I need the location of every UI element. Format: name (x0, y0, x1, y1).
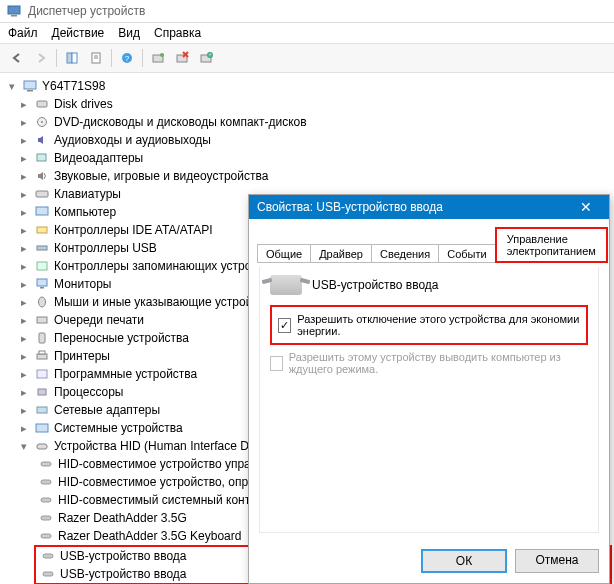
chevron-right-icon[interactable]: ▸ (18, 275, 30, 293)
portable-icon (34, 331, 50, 345)
dialog-body: USB-устройство ввода ✓ Разрешить отключе… (259, 267, 599, 533)
tree-label: Устройства HID (Human Interface Device (54, 437, 277, 455)
chevron-right-icon[interactable]: ▸ (18, 311, 30, 329)
toolbar-separator (56, 49, 57, 67)
tree-label: Клавиатуры (54, 185, 121, 203)
svg-rect-17 (27, 90, 33, 92)
dialog-buttons: ОК Отмена (249, 541, 609, 583)
tab-power-management[interactable]: Управление электропитанием (495, 227, 608, 263)
tree-label: Очереди печати (54, 311, 144, 329)
properties-toolbar-button[interactable] (85, 47, 107, 69)
tree-category[interactable]: ▸ Звуковые, игровые и видеоустройства (4, 167, 612, 185)
monitor-icon (34, 277, 50, 291)
svg-point-20 (41, 121, 43, 123)
chevron-right-icon[interactable]: ▸ (18, 293, 30, 311)
tab-events[interactable]: Событи (438, 244, 495, 263)
svg-rect-38 (37, 444, 47, 449)
svg-rect-3 (72, 53, 77, 63)
cancel-button[interactable]: Отмена (515, 549, 599, 573)
tree-label: Системные устройства (54, 419, 183, 437)
svg-rect-41 (41, 498, 51, 502)
svg-rect-33 (39, 351, 45, 354)
checkbox-allow-power-off[interactable]: ✓ Разрешить отключение этого устройства … (278, 311, 580, 339)
chevron-right-icon[interactable]: ▸ (18, 113, 30, 131)
chevron-right-icon[interactable]: ▸ (18, 95, 30, 113)
chevron-down-icon[interactable]: ▾ (6, 77, 18, 95)
hid-device-icon (38, 457, 54, 471)
help-button[interactable]: ? (116, 47, 138, 69)
svg-rect-44 (43, 554, 53, 558)
chevron-right-icon[interactable]: ▸ (18, 401, 30, 419)
svg-rect-28 (40, 287, 44, 289)
forward-button[interactable] (30, 47, 52, 69)
tree-label: Компьютер (54, 203, 116, 221)
tree-label: DVD-дисководы и дисководы компакт-дисков (54, 113, 307, 131)
ok-button[interactable]: ОК (421, 549, 507, 573)
chevron-right-icon[interactable]: ▸ (18, 221, 30, 239)
svg-rect-26 (37, 262, 47, 270)
chevron-right-icon[interactable]: ▸ (18, 239, 30, 257)
svg-rect-14 (201, 55, 211, 62)
tree-category[interactable]: ▸ Disk drives (4, 95, 612, 113)
display-adapter-icon (34, 151, 50, 165)
svg-rect-31 (39, 333, 45, 343)
svg-rect-40 (41, 480, 51, 484)
tree-category[interactable]: ▸ Видеоадаптеры (4, 149, 612, 167)
hid-device-icon (40, 567, 56, 581)
tree-label: Сетевые адаптеры (54, 401, 160, 419)
tree-label: Процессоры (54, 383, 124, 401)
tree-category[interactable]: ▸ DVD-дисководы и дисководы компакт-диск… (4, 113, 612, 131)
menu-help[interactable]: Справка (154, 26, 201, 40)
svg-point-10 (160, 53, 164, 57)
chevron-right-icon[interactable]: ▸ (18, 329, 30, 347)
tree-label: Аудиовходы и аудиовыходы (54, 131, 211, 149)
mouse-icon (34, 295, 50, 309)
chevron-right-icon[interactable]: ▸ (18, 419, 30, 437)
properties-dialog: Свойства: USB-устройство ввода ✕ Общие Д… (248, 194, 610, 584)
tree-label: Контроллеры запоминающих устройст (54, 257, 270, 275)
keyboard-icon (34, 187, 50, 201)
tab-details[interactable]: Сведения (371, 244, 439, 263)
chevron-right-icon[interactable]: ▸ (18, 365, 30, 383)
scan-hardware-button[interactable] (147, 47, 169, 69)
show-hide-tree-button[interactable] (61, 47, 83, 69)
chevron-right-icon[interactable]: ▸ (18, 167, 30, 185)
tree-label: Disk drives (54, 95, 113, 113)
chevron-right-icon[interactable]: ▸ (18, 185, 30, 203)
dialog-titlebar[interactable]: Свойства: USB-устройство ввода ✕ (249, 195, 609, 219)
svg-rect-23 (36, 207, 48, 215)
menu-file[interactable]: Файл (8, 26, 38, 40)
svg-rect-18 (37, 101, 47, 107)
chevron-right-icon[interactable]: ▸ (18, 131, 30, 149)
hid-icon (34, 439, 50, 453)
update-driver-button[interactable] (195, 47, 217, 69)
print-queue-icon (34, 313, 50, 327)
checkbox-icon-checked[interactable]: ✓ (278, 318, 291, 333)
toolbar: ? (0, 43, 614, 73)
svg-rect-27 (37, 279, 47, 286)
chevron-down-icon[interactable]: ▾ (18, 437, 30, 455)
chevron-right-icon[interactable]: ▸ (18, 149, 30, 167)
back-button[interactable] (6, 47, 28, 69)
cpu-icon (34, 385, 50, 399)
disk-icon (34, 97, 50, 111)
tab-general[interactable]: Общие (257, 244, 311, 263)
chevron-right-icon[interactable]: ▸ (18, 203, 30, 221)
hid-device-icon (38, 529, 54, 543)
close-icon[interactable]: ✕ (571, 199, 601, 215)
menu-view[interactable]: Вид (118, 26, 140, 40)
chevron-right-icon[interactable]: ▸ (18, 347, 30, 365)
chevron-right-icon[interactable]: ▸ (18, 383, 30, 401)
menu-action[interactable]: Действие (52, 26, 105, 40)
tree-label: Звуковые, игровые и видеоустройства (54, 167, 268, 185)
chevron-right-icon[interactable]: ▸ (18, 257, 30, 275)
annotation-highlight: ✓ Разрешить отключение этого устройства … (270, 305, 588, 345)
checkbox-label: Разрешить этому устройству выводить комп… (289, 351, 588, 375)
tree-root[interactable]: ▾ Y64T71S98 (4, 77, 612, 95)
tree-label: HID-совместимое устройство управл (58, 455, 264, 473)
sound-icon (34, 169, 50, 183)
hid-device-icon (40, 549, 56, 563)
tree-category[interactable]: ▸ Аудиовходы и аудиовыходы (4, 131, 612, 149)
tab-driver[interactable]: Драйвер (310, 244, 372, 263)
uninstall-button[interactable] (171, 47, 193, 69)
